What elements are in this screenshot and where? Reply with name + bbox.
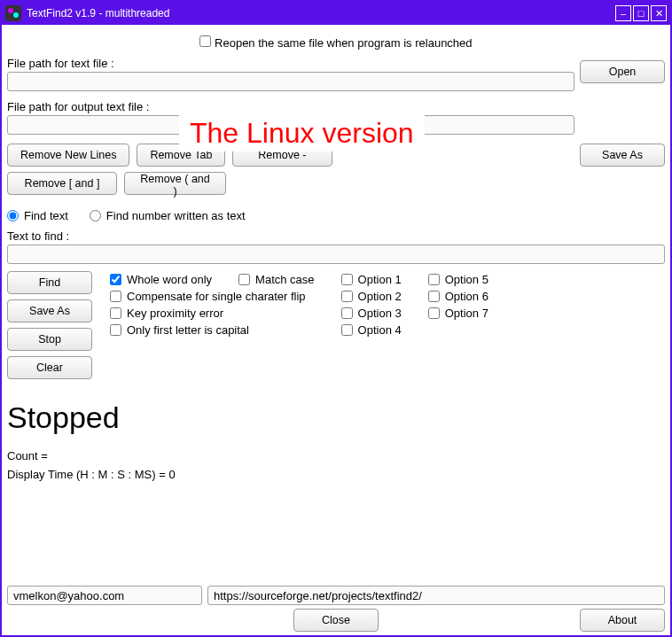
email-field[interactable] bbox=[7, 586, 202, 605]
first-capital-label: Only first letter is capital bbox=[127, 323, 249, 337]
remove-newlines-button[interactable]: Remove New Lines bbox=[7, 144, 129, 167]
about-button[interactable]: About bbox=[580, 609, 665, 632]
svg-point-0 bbox=[8, 8, 13, 13]
option-6-checkbox[interactable]: Option 6 bbox=[428, 290, 488, 303]
option-3-checkbox[interactable]: Option 3 bbox=[341, 307, 402, 320]
option-4-checkbox[interactable]: Option 4 bbox=[341, 323, 402, 337]
maximize-button[interactable]: □ bbox=[633, 5, 649, 21]
minimize-button[interactable]: – bbox=[615, 5, 631, 21]
option-1-label: Option 1 bbox=[358, 273, 402, 286]
option-7-label: Option 7 bbox=[445, 307, 488, 320]
find-text-radio[interactable]: Find text bbox=[7, 209, 68, 222]
window-title: TextFind2 v1.9 - multithreaded bbox=[27, 7, 615, 19]
text-to-find-label: Text to find : bbox=[7, 229, 665, 243]
remove-brackets-button[interactable]: Remove [ and ] bbox=[7, 172, 117, 195]
key-proximity-checkbox[interactable]: Key proximity error bbox=[110, 307, 315, 320]
save-as-button[interactable]: Save As bbox=[580, 144, 665, 167]
display-time-line: Display Time (H : M : S : MS) = 0 bbox=[7, 468, 665, 481]
option-1-checkbox[interactable]: Option 1 bbox=[341, 273, 402, 286]
filepath-text-input[interactable] bbox=[7, 72, 574, 91]
text-to-find-input[interactable] bbox=[7, 245, 665, 264]
clear-button[interactable]: Clear bbox=[7, 356, 92, 379]
url-field[interactable] bbox=[207, 586, 665, 605]
option-2-checkbox[interactable]: Option 2 bbox=[341, 290, 402, 303]
option-2-label: Option 2 bbox=[358, 290, 402, 303]
option-6-label: Option 6 bbox=[445, 290, 488, 303]
key-proximity-label: Key proximity error bbox=[127, 307, 223, 320]
close-window-button[interactable]: ✕ bbox=[651, 5, 667, 21]
filepath-text-label: File path for text file : bbox=[7, 57, 574, 70]
linux-version-banner: The Linux version bbox=[179, 115, 425, 151]
find-number-label: Find number written as text bbox=[106, 209, 246, 222]
whole-word-checkbox[interactable]: Whole word only bbox=[110, 273, 212, 286]
find-text-label: Find text bbox=[24, 209, 68, 222]
title-bar: TextFind2 v1.9 - multithreaded – □ ✕ bbox=[2, 2, 670, 25]
count-line: Count = bbox=[7, 449, 665, 462]
reopen-checkbox[interactable]: Reopen the same file when program is rel… bbox=[199, 36, 472, 50]
reopen-label: Reopen the same file when program is rel… bbox=[215, 36, 473, 50]
close-button[interactable]: Close bbox=[293, 609, 379, 632]
first-capital-checkbox[interactable]: Only first letter is capital bbox=[110, 323, 315, 337]
match-case-label: Match case bbox=[255, 273, 314, 286]
option-5-label: Option 5 bbox=[445, 273, 488, 286]
open-button[interactable]: Open bbox=[580, 60, 665, 83]
whole-word-label: Whole word only bbox=[127, 273, 212, 286]
option-7-checkbox[interactable]: Option 7 bbox=[428, 307, 488, 320]
option-4-label: Option 4 bbox=[358, 323, 402, 337]
filepath-output-label: File path for output text file : bbox=[7, 100, 574, 113]
match-case-checkbox[interactable]: Match case bbox=[238, 273, 314, 286]
compensate-checkbox[interactable]: Compensate for single charater flip bbox=[110, 290, 315, 303]
svg-point-1 bbox=[13, 12, 19, 18]
option-3-label: Option 3 bbox=[358, 307, 402, 320]
status-heading: Stopped bbox=[7, 400, 665, 435]
remove-parens-button[interactable]: Remove ( and ) bbox=[124, 172, 226, 195]
find-number-radio[interactable]: Find number written as text bbox=[90, 209, 246, 222]
option-5-checkbox[interactable]: Option 5 bbox=[428, 273, 488, 286]
stop-button[interactable]: Stop bbox=[7, 328, 92, 351]
compensate-label: Compensate for single charater flip bbox=[127, 290, 306, 303]
save-as-2-button[interactable]: Save As bbox=[7, 299, 92, 322]
app-icon bbox=[5, 5, 21, 21]
find-button[interactable]: Find bbox=[7, 271, 92, 294]
